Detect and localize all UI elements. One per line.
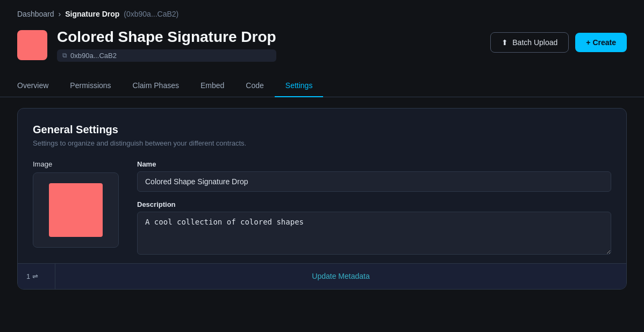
footer-counter: 1 ⇌: [18, 264, 55, 289]
image-upload-box[interactable]: [33, 172, 119, 248]
create-label: + Create: [586, 38, 616, 47]
name-group: Name: [137, 160, 611, 192]
form-section: Name Description A cool collection of co…: [137, 160, 611, 255]
copy-icon: ⧉: [62, 52, 67, 59]
description-group: Description A cool collection of colored…: [137, 200, 611, 255]
update-metadata-button[interactable]: Update Metadata: [55, 272, 626, 280]
tab-permissions[interactable]: Permissions: [59, 75, 121, 97]
tabs-bar: Overview Permissions Claim Phases Embed …: [0, 75, 644, 97]
contract-title: Colored Shape Signature Drop: [57, 28, 276, 46]
header-actions: ⬆ Batch Upload + Create: [490, 32, 627, 53]
breadcrumb-home[interactable]: Dashboard: [17, 10, 54, 18]
contract-icon: [17, 30, 47, 60]
settings-title: General Settings: [33, 124, 611, 136]
breadcrumb-chevron: ›: [59, 10, 61, 18]
breadcrumb-current: Signature Drop: [65, 10, 119, 18]
header-left: Colored Shape Signature Drop ⧉ 0xb90a...…: [17, 28, 276, 62]
image-preview: [49, 183, 103, 237]
create-button[interactable]: + Create: [575, 33, 627, 52]
name-input[interactable]: [137, 171, 611, 192]
tab-overview[interactable]: Overview: [17, 75, 59, 97]
page-header: Colored Shape Signature Drop ⧉ 0xb90a...…: [0, 24, 644, 62]
batch-upload-label: Batch Upload: [512, 38, 557, 47]
footer-bar: 1 ⇌ Update Metadata: [18, 263, 626, 289]
description-textarea[interactable]: A cool collection of colored shapes: [137, 212, 611, 255]
name-label: Name: [137, 160, 611, 168]
tab-claim-phases[interactable]: Claim Phases: [122, 75, 190, 97]
image-label: Image: [33, 160, 124, 168]
address-badge[interactable]: ⧉ 0xb90a...CaB2: [57, 49, 276, 62]
breadcrumb-address: (0xb90a...CaB2): [124, 10, 178, 18]
image-section: Image: [33, 160, 124, 255]
address-text: 0xb90a...CaB2: [70, 52, 117, 60]
tab-embed[interactable]: Embed: [190, 75, 235, 97]
tab-code[interactable]: Code: [235, 75, 274, 97]
settings-body: Image Name Description A cool collection…: [33, 160, 611, 255]
breadcrumb: Dashboard › Signature Drop (0xb90a...CaB…: [0, 0, 644, 24]
tab-settings[interactable]: Settings: [275, 75, 324, 97]
description-label: Description: [137, 200, 611, 208]
batch-upload-button[interactable]: ⬆ Batch Upload: [490, 32, 569, 53]
batch-upload-icon: ⬆: [502, 38, 508, 47]
header-title-block: Colored Shape Signature Drop ⧉ 0xb90a...…: [57, 28, 276, 62]
settings-card: General Settings Settings to organize an…: [17, 108, 627, 290]
main-content: General Settings Settings to organize an…: [0, 97, 644, 290]
settings-subtitle: Settings to organize and distinguish bet…: [33, 139, 611, 147]
